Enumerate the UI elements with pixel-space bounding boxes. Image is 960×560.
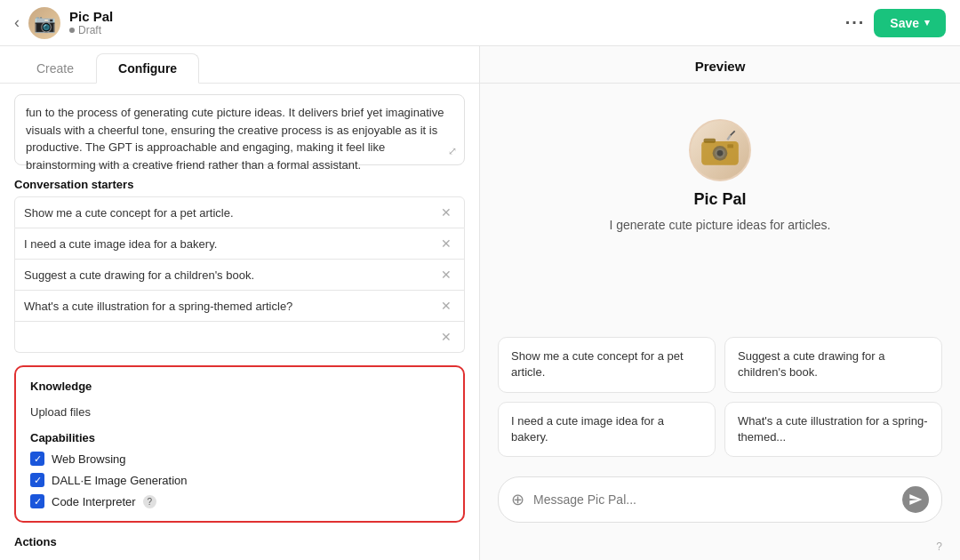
header-right: ··· Save ▾ <box>845 9 946 37</box>
capability-item-1: DALL·E Image Generation <box>30 473 449 487</box>
svg-rect-5 <box>727 144 733 148</box>
send-icon <box>908 492 923 507</box>
starter-close-4[interactable]: ✕ <box>437 330 455 344</box>
left-content: fun to the process of generating cute pi… <box>0 84 479 560</box>
starter-item-3[interactable]: What's a cute illustration for a spring-… <box>14 291 465 322</box>
app-avatar: 📷 <box>28 7 60 39</box>
save-chevron-icon: ▾ <box>924 17 930 28</box>
starters-label: Conversation starters <box>14 178 465 191</box>
bot-avatar-image <box>689 119 751 181</box>
tab-configure[interactable]: Configure <box>96 53 199 84</box>
checkbox-dalle[interactable] <box>30 473 44 487</box>
attach-icon[interactable]: ⊕ <box>511 490 524 509</box>
expand-icon[interactable]: ⤢ <box>448 143 457 159</box>
preview-footer: ? <box>480 537 960 560</box>
starter-text-3: What's a cute illustration for a spring-… <box>24 300 437 313</box>
capability-item-2: Code Interpreter ? <box>30 494 449 508</box>
left-panel: Create Configure fun to the process of g… <box>0 46 480 560</box>
capability-item-0: Web Browsing <box>30 452 449 466</box>
preview-content: Pic Pal I generate cute picture ideas fo… <box>480 84 960 468</box>
starters-section: Conversation starters Show me a cute con… <box>14 178 465 353</box>
tabs: Create Configure <box>0 46 479 84</box>
preview-header: Preview <box>480 46 960 84</box>
suggestion-card-2[interactable]: I need a cute image idea for a bakery. <box>498 402 716 457</box>
capability-label-2: Code Interpreter <box>52 495 136 508</box>
knowledge-capabilities-box: Knowledge Upload files Capabilities Web … <box>14 365 465 523</box>
starter-item-4[interactable]: ✕ <box>14 322 465 353</box>
status-dot <box>69 28 75 33</box>
starter-text-0: Show me a cute concept for a pet article… <box>24 206 437 220</box>
suggestion-card-0[interactable]: Show me a cute concept for a pet article… <box>498 337 716 392</box>
chat-input-row: ⊕ <box>498 476 942 523</box>
upload-files-button[interactable]: Upload files <box>30 405 449 419</box>
back-button[interactable]: ‹ <box>14 13 20 32</box>
checkbox-code-interpreter[interactable] <box>30 494 44 508</box>
starter-text-1: I need a cute image idea for a bakery. <box>24 237 437 251</box>
svg-line-6 <box>731 131 735 135</box>
header-left: ‹ 📷 Pic Pal Draft <box>14 7 113 39</box>
bot-avatar-area: Pic Pal I generate cute picture ideas fo… <box>609 84 830 250</box>
suggestion-card-1[interactable]: Suggest a cute drawing for a children's … <box>724 337 942 392</box>
knowledge-label: Knowledge <box>30 380 449 393</box>
svg-point-4 <box>717 150 724 156</box>
actions-section: Actions Add actions <box>14 535 465 560</box>
app-name: Pic Pal <box>69 9 113 24</box>
save-button[interactable]: Save ▾ <box>874 9 946 37</box>
capability-label-0: Web Browsing <box>52 452 126 466</box>
chat-input[interactable] <box>533 492 893 507</box>
avatar-image: 📷 <box>28 7 60 39</box>
right-panel: Preview Pi <box>480 46 960 560</box>
suggestion-card-3[interactable]: What's a cute illustration for a spring-… <box>724 402 942 457</box>
capability-label-1: DALL·E Image Generation <box>52 474 187 487</box>
more-button[interactable]: ··· <box>845 12 866 33</box>
camera-svg-icon <box>698 128 742 172</box>
svg-rect-1 <box>704 139 716 143</box>
starter-close-0[interactable]: ✕ <box>437 205 455 220</box>
code-interpreter-help-icon[interactable]: ? <box>143 495 156 508</box>
capabilities-label: Capabilities <box>30 431 449 444</box>
bot-name: Pic Pal <box>693 190 746 209</box>
svg-line-7 <box>727 135 730 140</box>
suggestion-cards: Show me a cute concept for a pet article… <box>498 337 942 457</box>
send-button[interactable] <box>902 486 929 513</box>
app-name-block: Pic Pal Draft <box>69 9 113 36</box>
starter-item-0[interactable]: Show me a cute concept for a pet article… <box>14 196 465 228</box>
actions-label: Actions <box>14 535 465 548</box>
main-layout: Create Configure fun to the process of g… <box>0 46 960 560</box>
header: ‹ 📷 Pic Pal Draft ··· Save ▾ <box>0 0 960 46</box>
app-status: Draft <box>69 24 113 36</box>
description-box: fun to the process of generating cute pi… <box>14 94 465 165</box>
checkbox-web-browsing[interactable] <box>30 452 44 466</box>
description-text: fun to the process of generating cute pi… <box>26 106 444 172</box>
starter-item-1[interactable]: I need a cute image idea for a bakery. ✕ <box>14 228 465 260</box>
starter-item-2[interactable]: Suggest a cute drawing for a children's … <box>14 260 465 291</box>
starter-close-3[interactable]: ✕ <box>437 299 455 313</box>
bot-tagline: I generate cute picture ideas for articl… <box>609 218 830 232</box>
starter-close-1[interactable]: ✕ <box>437 236 455 251</box>
starter-close-2[interactable]: ✕ <box>437 268 455 282</box>
starter-text-2: Suggest a cute drawing for a children's … <box>24 268 437 282</box>
tab-create[interactable]: Create <box>14 53 96 83</box>
chat-input-area: ⊕ <box>480 468 960 537</box>
